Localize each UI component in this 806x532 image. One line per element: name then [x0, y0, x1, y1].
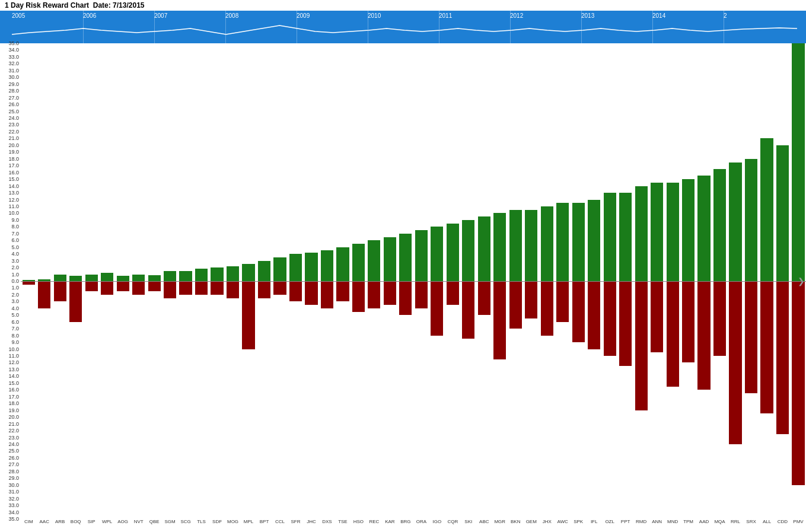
reward-bar — [572, 203, 585, 281]
x-label: HSO — [351, 519, 366, 530]
timeline-navigator[interactable]: 2005200620072008200920102011201220132014… — [0, 11, 806, 43]
y-label: 25.0 — [8, 448, 19, 454]
risk-bar — [352, 281, 365, 312]
x-label: IFL — [586, 519, 601, 530]
y-label: 15.0 — [8, 176, 19, 182]
x-label: KAR — [382, 519, 397, 530]
risk-bar — [651, 281, 663, 352]
x-label: MOG — [225, 519, 240, 530]
x-label: ORA — [413, 519, 429, 530]
y-label: 3.0 — [11, 258, 19, 264]
y-label: 34.0 — [8, 47, 19, 53]
risk-bar — [368, 281, 380, 308]
y-label: 33.0 — [8, 54, 19, 60]
risk-bar — [745, 281, 757, 393]
y-label: 23.0 — [8, 435, 19, 441]
risk-bar — [572, 281, 585, 342]
x-label: SGM — [162, 519, 177, 530]
y-label: 1.0 — [11, 272, 19, 278]
y-label: 31.0 — [8, 489, 19, 495]
risk-bar — [556, 281, 569, 322]
reward-bar — [447, 224, 459, 281]
x-label: ABC — [476, 519, 492, 530]
risk-bar — [195, 281, 208, 295]
reward-bar — [273, 257, 286, 281]
x-label: DXS — [319, 519, 334, 530]
y-label: 8.0 — [11, 333, 19, 339]
date-label: Date: — [93, 1, 111, 9]
reward-bar — [619, 193, 632, 281]
y-label: 0.0 — [11, 278, 19, 284]
y-label: 5.0 — [11, 244, 19, 250]
y-label: 24.0 — [8, 441, 19, 447]
risk-bar — [682, 281, 695, 362]
y-label: 19.0 — [8, 407, 19, 413]
y-label: 34.0 — [8, 509, 19, 515]
x-label: MQA — [712, 519, 727, 530]
reward-bar — [384, 237, 396, 281]
risk-bar — [525, 281, 537, 318]
x-label: RRL — [728, 519, 743, 530]
reward-bar — [462, 220, 474, 281]
risk-bar — [289, 281, 302, 301]
x-label: SPK — [571, 519, 586, 530]
reward-bar — [211, 267, 223, 281]
reward-bar — [604, 193, 616, 281]
y-label: 6.0 — [11, 319, 19, 325]
x-label: AOG — [115, 519, 130, 530]
risk-bar — [713, 281, 726, 356]
y-label: 6.0 — [11, 237, 19, 243]
y-label: 21.0 — [8, 421, 19, 427]
x-label: SFR — [288, 519, 303, 530]
chart-title: 1 Day Risk Reward Chart — [5, 1, 89, 9]
y-label: 16.0 — [8, 170, 19, 176]
x-axis: CIMAACARBBOQSIPWPLAOGNVTQBESGMSCGTLSSDFM… — [0, 519, 806, 530]
x-label: AAC — [36, 519, 52, 530]
y-label: 33.0 — [8, 502, 19, 508]
reward-bar — [54, 275, 66, 281]
risk-bar — [384, 281, 396, 305]
reward-bar — [792, 43, 804, 281]
x-label: ALL — [759, 519, 775, 530]
x-label: CQR — [445, 519, 460, 530]
y-label: 19.0 — [8, 149, 19, 155]
reward-bar — [179, 271, 192, 281]
reward-bar — [635, 186, 648, 281]
risk-bar — [493, 281, 506, 359]
reward-bar — [682, 179, 695, 281]
y-label: 8.0 — [11, 224, 19, 230]
risk-bar — [258, 281, 270, 298]
zero-line — [21, 281, 806, 282]
reward-bar — [713, 169, 726, 281]
risk-bar — [273, 281, 286, 295]
reward-bar — [242, 264, 254, 281]
y-label: 28.0 — [8, 88, 19, 94]
y-label: 11.0 — [8, 353, 19, 359]
x-label: WPL — [99, 519, 114, 530]
x-label: TLS — [193, 519, 209, 530]
reward-bar — [305, 253, 317, 281]
risk-bar — [478, 281, 490, 315]
reward-bar — [258, 261, 270, 281]
x-label: REC — [367, 519, 382, 530]
reward-bar — [352, 244, 365, 281]
risk-bar — [447, 281, 459, 305]
reward-bar — [651, 183, 663, 281]
y-label: 14.0 — [8, 373, 19, 379]
y-label: 18.0 — [8, 156, 19, 162]
x-label: GEM — [524, 519, 539, 530]
reward-bar — [321, 250, 333, 281]
x-label: CIM — [21, 519, 36, 530]
y-label: 25.0 — [8, 109, 19, 114]
risk-bar — [431, 281, 443, 336]
reward-bar — [697, 176, 710, 281]
reward-bar — [431, 227, 443, 281]
reward-bar — [164, 271, 176, 281]
reward-bar — [541, 206, 553, 281]
x-label: SIP — [84, 519, 99, 530]
reward-bar — [117, 276, 129, 281]
y-label: 9.0 — [11, 217, 19, 223]
x-label: ARB — [52, 519, 68, 530]
x-label: AWC — [555, 519, 570, 530]
reward-bar — [101, 273, 113, 281]
